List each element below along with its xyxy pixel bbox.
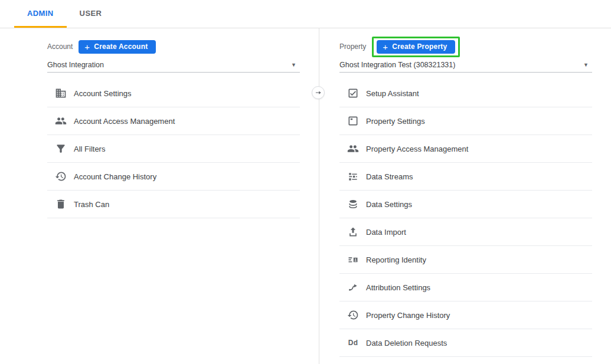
account-menu: Account SettingsAccount Access Managemen… [47,80,300,218]
menu-item-data-deletion-requests[interactable]: DdData Deletion Requests [339,329,592,357]
menu-item-label: Data Import [366,228,406,237]
create-property-button-label: Create Property [392,42,447,51]
plus-icon: + [383,42,388,51]
data-streams-icon [347,170,359,182]
property-label: Property [339,42,366,51]
create-account-button-label: Create Account [94,42,148,51]
identity-icon [347,254,359,265]
dd-text-icon: Dd [347,337,359,349]
menu-item-property-settings[interactable]: Property Settings [339,107,592,135]
menu-item-reporting-identity[interactable]: Reporting Identity [339,246,592,274]
account-selector-dropdown[interactable]: Ghost Integration ▼ [47,58,300,73]
plus-icon: + [84,42,90,51]
dropdown-arrow-icon: ▼ [291,62,300,68]
property-column-header: Property + Create Property [339,35,592,58]
menu-item-label: Attribution Settings [366,283,430,292]
building-icon [55,87,67,99]
menu-item-trash-can[interactable]: Trash Can [47,191,300,218]
annotation-highlight-box: + Create Property [372,37,460,57]
layers-icon [347,198,359,210]
property-column: Property + Create Property Ghost Integra… [339,35,592,357]
menu-item-label: All Filters [74,145,105,153]
people-icon [347,143,359,155]
menu-item-label: Setup Assistant [366,89,419,98]
menu-item-property-access-management[interactable]: Property Access Management [339,135,592,163]
account-selector-value: Ghost Integration [47,61,104,69]
column-divider [319,28,319,364]
menu-item-label: Trash Can [74,200,109,209]
account-column-header: Account + Create Account [47,35,300,58]
menu-item-all-filters[interactable]: All Filters [47,135,300,163]
upload-icon [347,226,359,238]
menu-item-label: Account Access Management [74,117,175,126]
menu-item-label: Data Settings [366,200,412,209]
menu-item-data-streams[interactable]: Data Streams [339,163,592,191]
menu-item-label: Data Deletion Requests [366,339,447,347]
menu-item-account-access-management[interactable]: Account Access Management [47,107,300,135]
menu-item-data-import[interactable]: Data Import [339,218,592,246]
menu-item-label: Property Settings [366,117,425,126]
menu-item-label: Account Settings [74,89,132,98]
menu-item-label: Account Change History [74,172,156,181]
menu-item-account-settings[interactable]: Account Settings [47,80,300,107]
menu-item-account-change-history[interactable]: Account Change History [47,163,300,191]
dropdown-arrow-icon: ▼ [583,62,592,68]
property-selector-value: Ghost Integration Test (308321331) [339,61,455,69]
menu-item-label: Data Streams [366,172,413,181]
trash-icon [55,198,67,210]
collapse-column-button[interactable] [312,86,325,99]
create-account-button[interactable]: + Create Account [79,40,156,54]
history-icon [55,170,67,182]
history-icon [347,309,359,321]
menu-item-setup-assistant[interactable]: Setup Assistant [339,80,592,107]
tab-user[interactable]: USER [67,0,115,28]
people-icon [55,115,67,127]
menu-item-attribution-settings[interactable]: Attribution Settings [339,274,592,301]
menu-item-label: Property Change History [366,311,450,320]
create-property-button[interactable]: + Create Property [377,40,455,54]
property-menu: Setup AssistantProperty SettingsProperty… [339,80,592,357]
checklist-icon [347,87,359,99]
menu-item-data-settings[interactable]: Data Settings [339,191,592,218]
account-column: Account + Create Account Ghost Integrati… [47,35,300,218]
menu-item-property-change-history[interactable]: Property Change History [339,301,592,329]
filter-icon [55,143,67,155]
tab-admin[interactable]: ADMIN [14,0,67,28]
account-label: Account [47,42,73,51]
admin-user-tab-bar: ADMIN USER [0,0,611,28]
arrow-right-icon [314,88,322,97]
property-selector-dropdown[interactable]: Ghost Integration Test (308321331) ▼ [339,58,592,73]
menu-item-label: Reporting Identity [366,255,426,264]
menu-item-label: Property Access Management [366,145,468,153]
window-icon [347,115,359,127]
attribution-icon [347,281,359,293]
